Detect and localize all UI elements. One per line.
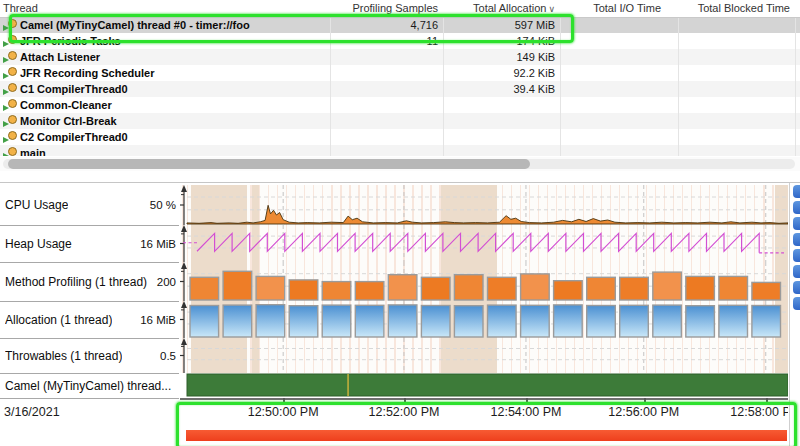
method-profiling-chart[interactable] xyxy=(180,262,788,301)
track-label-allocation: Allocation (1 thread) 16 MiB xyxy=(0,301,179,339)
time-tick-mark xyxy=(283,398,285,404)
running-arrow-icon xyxy=(3,25,9,31)
total-allocation-value: 92.2 KiB xyxy=(444,67,555,79)
toolbar-button[interactable] xyxy=(793,217,800,230)
thread-name: main xyxy=(20,147,46,156)
allocation-chart[interactable] xyxy=(180,301,788,338)
thread-state-ring-icon xyxy=(8,147,17,156)
axis-tick-label: 0.5 xyxy=(160,350,176,362)
time-tick-mark xyxy=(526,398,528,404)
thread-name: Monitor Ctrl-Break xyxy=(20,115,117,127)
thread-name: JFR Recording Scheduler xyxy=(20,67,154,79)
thread-icon xyxy=(3,131,18,143)
table-row[interactable]: Common-Cleaner xyxy=(0,97,800,113)
column-divider xyxy=(330,17,331,156)
time-tick-mark xyxy=(644,398,646,404)
toolbar-button[interactable] xyxy=(793,281,800,294)
axis-tick-label: 16 MiB xyxy=(140,314,176,326)
column-header-total-io-time[interactable]: Total I/O Time xyxy=(561,2,661,14)
track-label-text: CPU Usage xyxy=(5,198,68,212)
track-label-text: Camel (MyTinyCamel) thread... xyxy=(5,379,171,393)
timeline-overview-bar[interactable] xyxy=(186,430,787,441)
date-label: 3/16/2021 xyxy=(4,405,60,419)
right-toolbar-strip xyxy=(789,183,800,446)
table-row[interactable]: C2 CompilerThread0 xyxy=(0,129,800,145)
column-header-profiling-samples[interactable]: Profiling Samples xyxy=(331,2,438,14)
sort-descending-icon: ∨ xyxy=(548,4,555,14)
track-label-text: Heap Usage xyxy=(5,237,72,251)
track-label-text: Throwables (1 thread) xyxy=(5,349,122,363)
total-allocation-value: 174 KiB xyxy=(444,35,555,47)
thread-state-ring-icon xyxy=(8,83,17,92)
column-divider xyxy=(795,17,796,156)
table-horizontal-scrollbar[interactable] xyxy=(0,157,800,171)
throwables-chart[interactable] xyxy=(180,338,788,373)
running-arrow-icon xyxy=(3,89,9,95)
thread-state-ring-icon xyxy=(8,131,17,140)
track-label-cpu-usage: CPU Usage 50 % xyxy=(0,185,179,226)
track-label-throwables: Throwables (1 thread) 0.5 xyxy=(0,338,179,374)
toolbar-button[interactable] xyxy=(793,265,800,278)
track-label-text: Allocation (1 thread) xyxy=(5,313,112,327)
column-header-total-allocation-label: Total Allocation xyxy=(473,2,546,14)
time-tick-label: 12:54:00 PM xyxy=(491,405,562,419)
table-row[interactable]: Camel (MyTinyCamel) thread #0 - timer://… xyxy=(0,17,800,33)
time-tick-mark xyxy=(404,398,406,404)
toolbar-button[interactable] xyxy=(793,233,800,246)
thread-icon xyxy=(3,51,18,63)
total-allocation-value: 149 KiB xyxy=(444,51,555,63)
thread-state-ring-icon xyxy=(8,35,17,44)
profiling-samples-value: 11 xyxy=(331,35,438,47)
running-arrow-icon xyxy=(3,73,9,79)
time-tick-mark xyxy=(766,398,768,404)
thread-icon xyxy=(3,83,18,95)
toolbar-button[interactable] xyxy=(793,185,800,198)
heap-usage-chart[interactable] xyxy=(180,225,788,262)
scrollbar-thumb[interactable] xyxy=(8,159,530,169)
axis-tick-label: 16 MiB xyxy=(140,238,176,250)
thread-state-ring-icon xyxy=(8,67,17,76)
thread-icon xyxy=(3,147,18,156)
toolbar-button[interactable] xyxy=(793,297,800,310)
column-header-total-allocation[interactable]: Total Allocation∨ xyxy=(444,2,555,14)
cpu-usage-chart[interactable] xyxy=(180,185,788,225)
running-arrow-icon xyxy=(3,121,9,127)
profiling-samples-value: 4,716 xyxy=(331,19,438,31)
running-arrow-icon xyxy=(3,153,9,156)
thread-icon xyxy=(3,35,18,47)
running-arrow-icon xyxy=(3,41,9,47)
axis-tick-label: 200 xyxy=(157,276,176,288)
column-header-total-blocked-time[interactable]: Total Blocked Time xyxy=(679,2,790,14)
column-divider xyxy=(443,17,444,156)
thread-name: JFR Periodic Tasks xyxy=(20,35,121,47)
axis-tick-label: 50 % xyxy=(150,199,176,211)
thread-icon xyxy=(3,67,18,79)
table-row[interactable]: Monitor Ctrl-Break xyxy=(0,113,800,129)
thread-name: C2 CompilerThread0 xyxy=(20,131,128,143)
table-row[interactable]: Attach Listener 149 KiB xyxy=(0,49,800,65)
thread-table-body: Camel (MyTinyCamel) thread #0 - timer://… xyxy=(0,17,800,156)
time-axis: 12:50:00 PM12:52:00 PM12:54:00 PM12:56:0… xyxy=(180,398,788,424)
thread-name: Attach Listener xyxy=(20,51,100,63)
thread-icon xyxy=(3,19,18,31)
thread-state-ring-icon xyxy=(8,115,17,124)
thread-name: Common-Cleaner xyxy=(20,99,112,111)
column-header-thread[interactable]: Thread xyxy=(3,2,38,14)
track-label-text: Method Profiling (1 thread) xyxy=(5,275,147,289)
thread-icon xyxy=(3,115,18,127)
track-label-method-profiling: Method Profiling (1 thread) 200 xyxy=(0,262,179,302)
thread-table-header: Thread Profiling Samples Total Allocatio… xyxy=(0,0,800,18)
running-arrow-icon xyxy=(3,105,9,111)
table-row[interactable]: main xyxy=(0,145,800,156)
table-row[interactable]: JFR Recording Scheduler 92.2 KiB xyxy=(0,65,800,81)
table-row[interactable]: JFR Periodic Tasks 11 174 KiB xyxy=(0,33,800,49)
thread-state-track[interactable] xyxy=(180,373,788,400)
toolbar-button[interactable] xyxy=(793,249,800,262)
time-tick-label: 12:52:00 PM xyxy=(369,405,440,419)
table-row[interactable]: C1 CompilerThread0 39.4 KiB xyxy=(0,81,800,97)
track-label-camel-thread: Camel (MyTinyCamel) thread... xyxy=(0,373,179,399)
running-arrow-icon xyxy=(3,57,9,63)
time-tick-label: 12:56:00 PM xyxy=(608,405,679,419)
thread-icon xyxy=(3,99,18,111)
toolbar-button[interactable] xyxy=(793,201,800,214)
